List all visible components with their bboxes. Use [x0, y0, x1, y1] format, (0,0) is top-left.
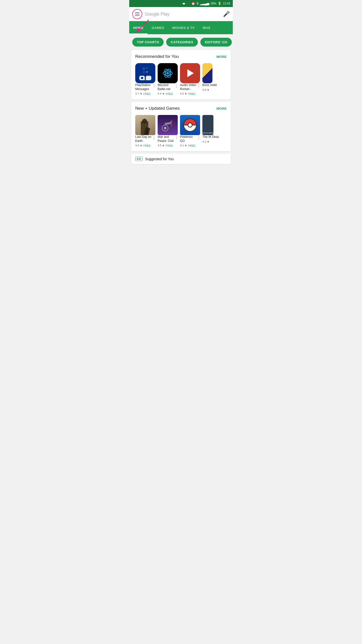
- games-header: New + Updated Games MORE: [135, 106, 227, 111]
- game-name-row-lastday: Last Day on Earth: ⋮: [135, 135, 156, 144]
- game-icon-war: [158, 115, 178, 135]
- app-menu-blizzard[interactable]: ⋮: [174, 83, 178, 88]
- app-item-blizzard[interactable]: Blizzard Battle.net ⋮ 4.4 ★ FREE: [158, 63, 180, 95]
- app-menu-ps[interactable]: ⋮: [152, 83, 156, 88]
- game-name-pokemon: Pokémon GO: [180, 135, 197, 143]
- game-name-lastday: Last Day on Earth:: [135, 135, 152, 143]
- app-icon-playstation: △ ○ □ ✕: [135, 63, 155, 83]
- app-price-ps: FREE: [143, 92, 151, 95]
- game-meta-war: 4.5 ★ FREE: [158, 144, 178, 147]
- play-triangle-icon: [187, 69, 194, 77]
- game-meta-lastday: 4.6 ★ FREE: [135, 144, 156, 147]
- search-placeholder: Google Play: [145, 12, 220, 17]
- recommended-section: Recommended for You MORE △ ○ □ ✕: [131, 50, 231, 99]
- game-name-war: War and Peace: Civil: [158, 135, 174, 143]
- game-name-row-pokemon: Pokémon GO ⋮: [180, 135, 201, 144]
- menu-button[interactable]: [132, 9, 142, 19]
- game-name-dead: The W Deac: [202, 135, 219, 139]
- game-item-dead[interactable]: THE W DEAD The W Deac 4.2 ★: [202, 115, 225, 147]
- app-name-row-video: Audio Video Rocket - ⋮: [180, 83, 201, 92]
- app-meta-ps: 3.7 ★ FREE: [135, 92, 156, 95]
- svg-point-5: [166, 72, 169, 74]
- ads-badge: Ads: [135, 157, 143, 161]
- app-price-video: FREE: [188, 92, 195, 95]
- app-icon-video: [180, 63, 200, 83]
- game-rating-war: 4.5 ★: [158, 144, 165, 147]
- tab-games[interactable]: GAMES: [148, 21, 168, 34]
- bluetooth-icon: ⬬: [183, 2, 185, 5]
- app-meta-video: 4.6 ★ FREE: [180, 92, 201, 95]
- svg-point-7: [164, 127, 166, 129]
- app-name-boost: Boos reddi: [202, 83, 217, 87]
- status-bar: ⬬ ➖ ⏰ ⇅ ▂▃▄▅ 28% 🔋 12:43: [129, 0, 233, 7]
- game-name-row-war: War and Peace: Civil ⋮: [158, 135, 178, 144]
- game-rating-pokemon: 4.1 ★: [180, 144, 187, 147]
- game-price-pokemon: FREE: [188, 144, 195, 147]
- battery-percent: 28%: [210, 2, 216, 5]
- app-item-playstation[interactable]: △ ○ □ ✕ PlayStation Messages ⋮: [135, 63, 158, 95]
- ads-section: Ads Suggested for You: [131, 154, 231, 164]
- battery-icon: 🔋: [218, 2, 221, 5]
- tab-home[interactable]: HOME: [129, 21, 148, 34]
- games-title: New + Updated Games: [135, 106, 180, 111]
- app-icon-boost: [202, 63, 212, 83]
- war-cannon-icon: [160, 117, 175, 133]
- app-name-row-ps: PlayStation Messages ⋮: [135, 83, 156, 92]
- pokeball-icon: [183, 118, 197, 132]
- microphone-icon[interactable]: 🎤: [223, 11, 230, 17]
- sync-icon: ⇅: [196, 2, 199, 5]
- app-name-playstation: PlayStation Messages: [135, 83, 152, 91]
- game-item-war[interactable]: War and Peace: Civil ⋮ 4.5 ★ FREE: [158, 115, 180, 147]
- game-price-lastday: FREE: [143, 144, 151, 147]
- app-rating-video: 4.6 ★: [180, 92, 187, 95]
- app-menu-video[interactable]: ⋮: [197, 83, 201, 88]
- svg-point-10: [170, 120, 172, 123]
- quick-buttons: TOP CHARTS CATEGORIES EDITORS' CH: [129, 34, 233, 50]
- tab-music[interactable]: MUS: [199, 21, 214, 34]
- nav-tabs: HOME GAMES MOVIES & TV MUS: [129, 21, 233, 34]
- app-rating-boost: 4.8 ★: [202, 88, 209, 92]
- ads-text: Suggested for You: [145, 157, 174, 161]
- game-rating-dead: 4.2 ★: [202, 140, 209, 143]
- app-rating-ps: 3.7 ★: [135, 92, 142, 95]
- hamburger-icon: [135, 12, 140, 16]
- game-item-lastday[interactable]: Last Day on Earth: ⋮ 4.6 ★ FREE: [135, 115, 158, 147]
- signal-icon: ▂▃▄▅: [200, 2, 209, 5]
- categories-button[interactable]: CATEGORIES: [166, 38, 198, 47]
- game-name-row-dead: The W Deac: [202, 135, 223, 140]
- recommended-app-row: △ ○ □ ✕ PlayStation Messages ⋮: [135, 63, 227, 95]
- time-display: 12:43: [223, 2, 230, 5]
- tab-movies-tv[interactable]: MOVIES & TV: [168, 21, 199, 34]
- game-menu-war[interactable]: ⋮: [174, 135, 178, 140]
- app-meta-blizzard: 4.4 ★ FREE: [158, 92, 178, 95]
- app-name-video: Audio Video Rocket -: [180, 83, 197, 91]
- game-rating-lastday: 4.6 ★: [135, 144, 142, 147]
- games-row: Last Day on Earth: ⋮ 4.6 ★ FREE: [135, 115, 227, 147]
- games-section: New + Updated Games MORE Last Day on Ear…: [131, 102, 231, 151]
- app-item-video[interactable]: Audio Video Rocket - ⋮ 4.6 ★ FREE: [180, 63, 202, 95]
- game-menu-pokemon[interactable]: ⋮: [197, 135, 201, 140]
- game-meta-pokemon: 4.1 ★ FREE: [180, 144, 201, 147]
- game-icon-dead: THE W DEAD: [202, 115, 213, 135]
- recommended-header: Recommended for You MORE: [135, 54, 227, 59]
- app-meta-boost: 4.8 ★: [202, 88, 223, 92]
- recommended-title: Recommended for You: [135, 54, 179, 59]
- status-icons: ⬬ ➖ ⏰ ⇅ ▂▃▄▅ 28% 🔋 12:43: [183, 2, 230, 5]
- alarm-icon: ⏰: [191, 2, 195, 5]
- dnd-icon: ➖: [186, 2, 190, 5]
- app-name-row-blizzard: Blizzard Battle.net ⋮: [158, 83, 178, 92]
- recommended-more[interactable]: MORE: [216, 55, 227, 59]
- game-price-war: FREE: [166, 144, 173, 147]
- svg-rect-8: [164, 122, 172, 125]
- app-item-boost[interactable]: Boos reddi 4.8 ★: [202, 63, 225, 95]
- search-bar: Google Play 🎤: [129, 7, 233, 21]
- editors-choice-button[interactable]: EDITORS' CH: [200, 38, 232, 47]
- game-item-pokemon[interactable]: Pokémon GO ⋮ 4.1 ★ FREE: [180, 115, 202, 147]
- app-icon-blizzard: [158, 63, 178, 83]
- games-more[interactable]: MORE: [216, 107, 227, 110]
- blizzard-logo: [161, 67, 174, 79]
- game-menu-lastday[interactable]: ⋮: [152, 135, 156, 140]
- app-price-blizzard: FREE: [166, 92, 173, 95]
- top-charts-button[interactable]: TOP CHARTS: [132, 38, 164, 47]
- game-icon-lastday: [135, 115, 155, 135]
